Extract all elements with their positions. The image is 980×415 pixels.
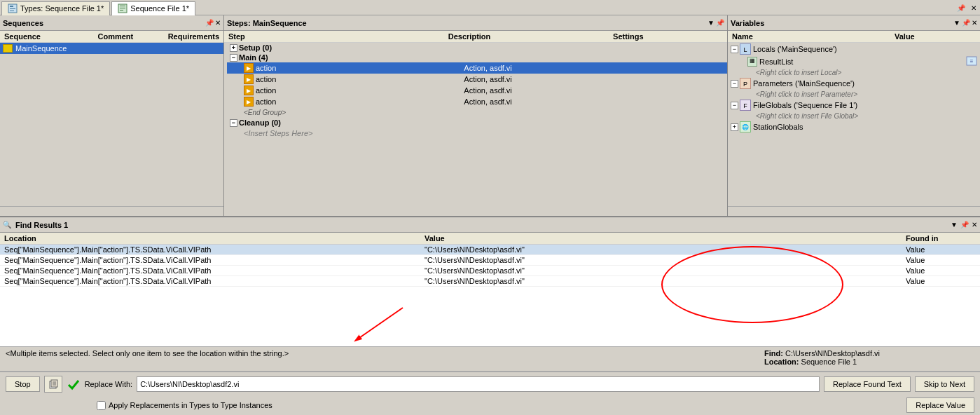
find-results-panel-header: 🔍 Find Results 1 ▼ 📌 ✕ xyxy=(0,217,980,233)
fileglobals-placeholder: <Right click to insert File Global> xyxy=(728,111,980,121)
tab-types[interactable]: Types: Sequence File 1* xyxy=(1,1,110,15)
find-row-foundin-2: Value xyxy=(906,256,976,264)
table-row[interactable]: Seq["MainSequence"].Main["action"].TS.SD… xyxy=(0,255,980,266)
apply-replacements-label: Apply Replacements in Types to Type Inst… xyxy=(109,401,272,409)
var-group-locals-header[interactable]: − L Locals ('MainSequence') xyxy=(728,43,980,55)
app-window: Types: Sequence File 1* Sequence File 1*… xyxy=(0,0,980,415)
step-item-action-3[interactable]: ▶ action Action, asdf.vi xyxy=(227,85,727,96)
find-results-list: Seq["MainSequence"].Main["action"].TS.SD… xyxy=(0,245,980,346)
vars-panel-title: Variables xyxy=(731,19,764,27)
step-group-cleanup: − Cleanup (0) <Insert Steps Here> xyxy=(224,118,727,139)
fileglobals-group-icon: F xyxy=(740,100,751,111)
steps-col-step: Step xyxy=(228,32,448,41)
steps-col-desc: Description xyxy=(448,32,613,41)
step-item-action-1[interactable]: ▶ action Action, asdf.vi xyxy=(227,62,727,74)
step-item-action-4[interactable]: ▶ action Action, asdf.vi xyxy=(227,96,727,107)
insert-steps-placeholder: <Insert Steps Here> xyxy=(227,128,727,139)
end-group-label: <End Group> xyxy=(227,107,727,118)
step-group-main-header[interactable]: − Main (4) xyxy=(227,53,727,62)
svg-rect-5 xyxy=(120,6,125,6)
find-results-panel-icon: 🔍 xyxy=(3,221,11,229)
step-desc-4: Action, asdf.vi xyxy=(464,97,620,106)
steps-content: + Setup (0) − Main (4) ▶ action Action, … xyxy=(224,43,727,216)
status-bar: <Multiple items selected. Select only on… xyxy=(0,346,980,372)
svg-text:≡: ≡ xyxy=(970,58,974,64)
var-group-stationglobals-header[interactable]: + 🌐 StationGlobals xyxy=(728,121,980,133)
cleanup-expand-icon[interactable]: − xyxy=(230,119,237,127)
replace-with-input[interactable] xyxy=(137,376,820,392)
step-group-main: − Main (4) ▶ action Action, asdf.vi ▶ ac… xyxy=(224,53,727,118)
vars-panel-icons: ▼ 📌 ✕ xyxy=(953,19,977,27)
pin-button[interactable]: 📌 xyxy=(955,4,967,13)
vars-close-icon[interactable]: ✕ xyxy=(972,19,977,27)
setup-expand-icon[interactable]: + xyxy=(230,44,237,52)
locals-expand-icon[interactable]: − xyxy=(731,46,738,53)
replace-bar: Stop Replace With: Replace Found Text Sk… xyxy=(0,372,980,395)
sequences-hscroll[interactable] xyxy=(0,206,223,216)
svg-line-11 xyxy=(357,308,403,339)
tab-seqfile1[interactable]: Sequence File 1* xyxy=(111,1,195,15)
table-row[interactable]: Seq["MainSequence"].Main["action"].TS.SD… xyxy=(0,276,980,287)
sequences-content: MainSequence xyxy=(0,43,223,206)
svg-rect-6 xyxy=(120,8,125,8)
status-message-text: <Multiple items selected. Select only on… xyxy=(6,349,289,358)
skip-to-next-button[interactable]: Skip to Next xyxy=(915,376,974,392)
steps-panel-icons: ▼ 📌 xyxy=(708,19,724,27)
sequences-panel-header: Sequences 📌 ✕ xyxy=(0,15,223,31)
tab-types-label: Types: Sequence File 1* xyxy=(20,4,104,13)
find-results-dropdown-icon[interactable]: ▼ xyxy=(951,221,958,229)
stop-button[interactable]: Stop xyxy=(6,376,40,392)
var-resultlist-icon2: ≡ xyxy=(966,56,977,67)
fileglobals-expand-icon[interactable]: − xyxy=(731,102,738,109)
table-row[interactable]: Seq["MainSequence"].Main["action"].TS.SD… xyxy=(0,245,980,255)
vars-hscroll[interactable] xyxy=(728,206,980,216)
seq-col-comment: Comment xyxy=(98,32,168,41)
stationglobals-expand-icon[interactable]: + xyxy=(731,123,738,131)
status-message: <Multiple items selected. Select only on… xyxy=(6,349,764,358)
find-row-value-4: "C:\Users\NI\Desktop\asdf.vi" xyxy=(425,277,906,285)
find-row-location-3: Seq["MainSequence"].Main["action"].TS.SD… xyxy=(4,266,425,275)
close-button[interactable]: ✕ xyxy=(969,4,979,13)
find-results-pin-icon[interactable]: 📌 xyxy=(960,221,969,229)
steps-pin-icon[interactable]: 📌 xyxy=(716,19,724,27)
var-group-fileglobals-header[interactable]: − F FileGlobals ('Sequence File 1') xyxy=(728,99,980,111)
step-group-setup-header[interactable]: + Setup (0) xyxy=(227,43,727,53)
apply-replacements-checkbox[interactable] xyxy=(97,401,106,410)
vars-col-name: Name xyxy=(732,32,895,41)
steps-col-header: Step Description Settings xyxy=(224,31,727,43)
find-results-col-header: Location Value Found in xyxy=(0,233,980,245)
sequences-expand-icon[interactable]: ✕ xyxy=(215,19,221,27)
sequences-panel: Sequences 📌 ✕ Sequence Comment Requireme… xyxy=(0,15,224,216)
seq-col-requirements: Requirements xyxy=(168,32,219,41)
vars-pin-icon[interactable]: 📌 xyxy=(962,19,970,27)
svg-rect-1 xyxy=(10,6,13,7)
find-results-close-icon[interactable]: ✕ xyxy=(972,221,977,229)
sequences-pin-icon[interactable]: 📌 xyxy=(205,19,214,27)
replace-found-button[interactable]: Replace Found Text xyxy=(824,376,911,392)
setup-label: Setup (0) xyxy=(239,43,272,52)
steps-dropdown-icon[interactable]: ▼ xyxy=(708,19,715,27)
status-location-value: Sequence File 1 xyxy=(801,358,857,366)
status-find-label: Find: xyxy=(764,349,783,358)
copy-icon-button[interactable] xyxy=(44,376,62,393)
locals-group-label: Locals ('MainSequence') xyxy=(753,45,837,53)
find-row-value-2: "C:\Users\NI\Desktop\asdf.vi" xyxy=(425,256,906,264)
step-item-action-2[interactable]: ▶ action Action, asdf.vi xyxy=(227,74,727,85)
step-group-cleanup-header[interactable]: − Cleanup (0) xyxy=(227,118,727,128)
find-results-title: Find Results 1 xyxy=(15,221,68,229)
replace-value-button[interactable]: Replace Value xyxy=(906,397,974,413)
var-group-params: − P Parameters ('MainSequence') <Right c… xyxy=(728,77,980,99)
table-row[interactable]: Seq["MainSequence"].Main["action"].TS.SD… xyxy=(0,266,980,276)
find-row-value-1: "C:\Users\NI\Desktop\asdf.vi" xyxy=(425,245,906,254)
params-group-label: Parameters ('MainSequence') xyxy=(753,79,855,88)
vars-dropdown-icon[interactable]: ▼ xyxy=(953,19,960,27)
step-name-3: action xyxy=(256,86,464,95)
steps-panel: Steps: MainSequence ▼ 📌 Step Description… xyxy=(224,15,728,216)
list-item[interactable]: MainSequence xyxy=(0,43,223,54)
var-item-resultlist[interactable]: ▦ ResultList ≡ xyxy=(728,55,980,68)
params-expand-icon[interactable]: − xyxy=(731,80,738,88)
step-name-2: action xyxy=(256,75,464,83)
var-group-params-header[interactable]: − P Parameters ('MainSequence') xyxy=(728,77,980,90)
resultlist-icon: ▦ xyxy=(747,57,757,67)
main-expand-icon[interactable]: − xyxy=(230,54,237,62)
